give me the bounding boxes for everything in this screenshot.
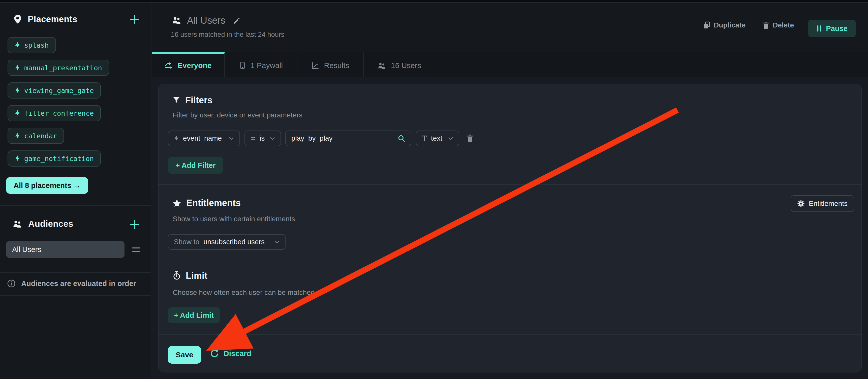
duplicate-label: Duplicate — [714, 21, 745, 29]
trash-icon — [763, 22, 769, 29]
tab-results[interactable]: Results — [298, 52, 364, 77]
info-icon — [7, 279, 16, 288]
placement-item-viewing-game-gate[interactable]: viewing_game_gate — [7, 83, 101, 98]
entitlements-subtitle: Show to users with certain entitlements — [173, 215, 295, 223]
tab-label: 1 Paywall — [250, 61, 283, 70]
placement-item-filter-conference[interactable]: filter_conference — [7, 105, 101, 121]
placement-label: calendar — [24, 132, 57, 140]
equals-icon — [250, 136, 255, 140]
placement-item-calendar[interactable]: calendar — [7, 128, 64, 144]
filter-funnel-icon — [173, 96, 180, 104]
show-to-label: Show to — [174, 238, 199, 246]
placement-label: manual_presentation — [24, 64, 102, 72]
delete-label: Delete — [773, 21, 794, 29]
sidebar-divider — [0, 272, 151, 273]
filters-subtitle: Filter by user, device or event paramete… — [173, 111, 303, 119]
text-type-icon: T — [422, 134, 427, 143]
tab-users[interactable]: 16 Users — [364, 52, 435, 77]
add-limit-button[interactable]: + Add Limit — [168, 307, 220, 323]
bolt-icon — [14, 109, 20, 117]
placement-label: splash — [24, 41, 49, 49]
chevron-down-icon — [275, 241, 279, 244]
bolt-icon — [14, 155, 20, 162]
placements-title: Placements — [28, 14, 78, 24]
audience-item-all-users[interactable]: All Users — [6, 241, 124, 258]
discard-label: Discard — [223, 349, 251, 358]
duplicate-icon — [703, 22, 710, 29]
entitlements-manage-button[interactable]: Entitlements — [790, 195, 854, 212]
audiences-note-text: Audiences are evaluated in order — [21, 280, 136, 288]
gear-icon — [797, 200, 805, 208]
show-to-dropdown[interactable]: Show to unsubscribed users — [168, 234, 285, 250]
filters-title-text: Filters — [185, 95, 213, 105]
pause-icon — [816, 25, 822, 32]
pause-label: Pause — [826, 25, 847, 33]
section-divider — [158, 335, 862, 335]
add-placement-button[interactable] — [128, 13, 140, 25]
search-icon[interactable] — [398, 134, 405, 142]
placement-item-manual-presentation[interactable]: manual_presentation — [7, 60, 109, 76]
limit-subtitle: Choose how often each user can be matche… — [173, 288, 314, 296]
tab-bar: Everyone 1 Paywall Results 16 Users — [152, 52, 868, 77]
star-icon — [173, 199, 181, 207]
stopwatch-icon — [173, 271, 181, 280]
match-stats: 16 users matched in the last 24 hours — [171, 31, 284, 38]
audience-label: All Users — [12, 246, 41, 254]
discard-button[interactable]: Discard — [210, 349, 251, 358]
audience-flow-icon — [164, 62, 173, 69]
window-top-border — [0, 0, 868, 2]
filter-field-dropdown[interactable]: event_name — [168, 130, 240, 146]
filter-value-text: play_by_play — [291, 134, 333, 143]
bolt-icon — [14, 64, 20, 71]
tab-label: Results — [324, 61, 349, 70]
duplicate-button[interactable]: Duplicate — [703, 21, 745, 29]
remove-filter-trash-icon[interactable] — [466, 134, 473, 143]
all-placements-button[interactable]: All 8 placements → — [6, 177, 88, 194]
users-icon — [172, 16, 182, 24]
bolt-icon — [14, 87, 20, 94]
limit-title-text: Limit — [186, 271, 208, 281]
sidebar-divider — [0, 206, 151, 206]
sidebar: Placements splash manual_presentation vi… — [0, 2, 151, 379]
page-title: All Users — [187, 15, 225, 26]
tab-label: 16 Users — [391, 61, 421, 70]
tab-everyone[interactable]: Everyone — [152, 52, 225, 77]
placement-item-splash[interactable]: splash — [7, 37, 56, 53]
filter-type-dropdown[interactable]: T text — [416, 130, 459, 146]
add-filter-button[interactable]: + Add Filter — [168, 157, 223, 173]
chevron-down-icon — [448, 137, 453, 140]
placement-item-game-notification[interactable]: game_notification — [7, 151, 101, 166]
phone-icon — [239, 61, 246, 70]
filter-value-input[interactable]: play_by_play — [285, 130, 411, 146]
filter-field-value: event_name — [183, 134, 222, 143]
limit-section-title: Limit — [173, 271, 208, 281]
edit-pencil-icon[interactable] — [233, 17, 241, 25]
entitlements-section-title: Entitlements — [173, 198, 241, 209]
section-divider — [158, 184, 862, 185]
section-divider — [158, 260, 862, 260]
placement-label: filter_conference — [24, 109, 94, 117]
filter-operator-value: is — [259, 134, 265, 143]
filter-operator-dropdown[interactable]: is — [245, 130, 281, 146]
save-button[interactable]: Save — [168, 346, 201, 364]
audience-settings-card: Filters Filter by user, device or event … — [158, 84, 862, 373]
placement-label: viewing_game_gate — [24, 87, 94, 95]
audiences-title: Audiences — [28, 219, 73, 229]
filters-section-title: Filters — [173, 95, 213, 105]
tab-paywall[interactable]: 1 Paywall — [225, 52, 298, 77]
users-icon — [12, 220, 23, 228]
pin-icon — [13, 14, 22, 24]
show-to-value: unsubscribed users — [204, 238, 265, 246]
refresh-icon — [210, 349, 219, 358]
delete-button[interactable]: Delete — [763, 21, 794, 29]
main-header: All Users 16 users matched in the last 2… — [152, 2, 868, 52]
filter-type-value: text — [431, 134, 442, 143]
audiences-note: Audiences are evaluated in order — [7, 279, 136, 288]
pause-button[interactable]: Pause — [808, 20, 856, 37]
drag-handle-icon[interactable] — [132, 248, 140, 252]
add-audience-button[interactable] — [128, 219, 140, 230]
app-window: Placements splash manual_presentation vi… — [0, 0, 868, 379]
chevron-down-icon — [270, 137, 275, 140]
entitlements-title-text: Entitlements — [186, 198, 241, 209]
header-divider — [151, 52, 868, 52]
